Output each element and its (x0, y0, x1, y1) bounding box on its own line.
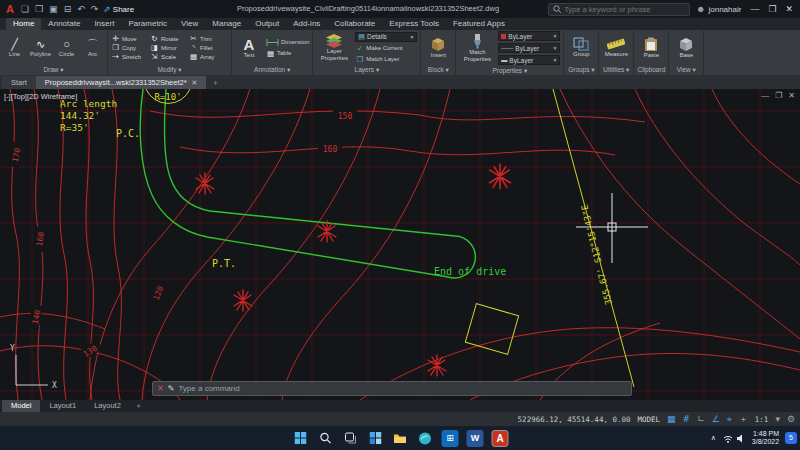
command-input[interactable]: Type a command (178, 384, 239, 393)
dimension-tool[interactable]: Dimension (266, 38, 309, 47)
block-panel-label[interactable]: Block ▾ (421, 65, 455, 75)
account-button[interactable]: ☻ jonnahair (696, 4, 741, 14)
make-current-button[interactable]: ✓Make Current (355, 44, 417, 53)
file-explorer-button[interactable] (392, 430, 409, 447)
drawing-tab[interactable]: Proposeddrivwaysit...wski2331352Sheet2* … (36, 76, 207, 89)
text-tool[interactable]: AText (235, 37, 263, 59)
viewport-controls[interactable]: [-][Top][2D Wireframe] (4, 92, 77, 101)
customization-gear-icon[interactable]: ⚙ (787, 414, 795, 424)
insert-button[interactable]: Insert (424, 37, 452, 59)
edge-browser-button[interactable] (417, 430, 434, 447)
notification-badge[interactable]: 5 (785, 432, 797, 444)
tab-parametric[interactable]: Parametric (121, 18, 174, 30)
arc-length-note-line3[interactable]: R=35' (60, 122, 89, 133)
command-close-icon[interactable]: ✕ (157, 384, 164, 393)
minimize-button[interactable]: — (750, 4, 759, 14)
base-button[interactable]: Base (672, 37, 700, 59)
arc-length-note-line2[interactable]: 144.32' (60, 110, 100, 121)
viewport-close-icon[interactable]: ✕ (788, 91, 795, 100)
bearing-label[interactable]: 355.67' S12°15'43"E (579, 204, 614, 306)
mirror-tool[interactable]: ◨Mirror (150, 43, 189, 52)
tray-chevron-up-icon[interactable]: ∧ (711, 434, 716, 442)
taskbar-search-button[interactable] (317, 430, 334, 447)
move-tool[interactable]: ✛Move (111, 34, 150, 43)
annotation-scale-icon[interactable]: ＋ (739, 413, 748, 426)
plot-icon[interactable]: ⊟ (63, 4, 73, 14)
new-icon[interactable]: ❏ (20, 4, 30, 14)
new-layout-button[interactable]: ＋ (130, 400, 148, 412)
help-search-box[interactable] (548, 3, 690, 16)
viewport-restore-icon[interactable]: ❐ (775, 91, 782, 100)
clipboard-panel-label[interactable]: Clipboard (634, 65, 668, 75)
layout2-tab[interactable]: Layout2 (85, 400, 130, 412)
line-tool[interactable]: ╱Line (3, 38, 26, 57)
trim-tool[interactable]: ✂Trim (189, 34, 228, 43)
groups-panel-label[interactable]: Groups ▾ (564, 65, 598, 75)
open-icon[interactable]: ❒ (34, 4, 44, 14)
match-layer-button[interactable]: ❐Match Layer (355, 55, 417, 64)
rotate-tool[interactable]: ↻Rotate (150, 34, 189, 43)
polar-tracking-icon[interactable]: ∠ (712, 414, 720, 424)
network-volume-icons[interactable] (722, 433, 746, 444)
autocad-app-menu[interactable]: A (4, 3, 16, 15)
annotation-panel-label[interactable]: Annotation ▾ (232, 65, 312, 75)
widgets-button[interactable] (367, 430, 384, 447)
properties-panel-label[interactable]: Properties ▾ (456, 66, 563, 75)
tab-home[interactable]: Home (6, 18, 41, 30)
model-tab[interactable]: Model (2, 400, 40, 412)
chevron-down-icon[interactable]: ▾ (775, 414, 780, 424)
pc-label[interactable]: P.C. (116, 128, 140, 139)
tab-collaborate[interactable]: Collaborate (327, 18, 382, 30)
close-button[interactable]: ✕ (785, 4, 793, 14)
group-button[interactable]: Group (567, 37, 595, 58)
tab-addins[interactable]: Add-ins (286, 18, 327, 30)
annotation-scale-value[interactable]: 1:1 (755, 415, 769, 424)
arc-tool[interactable]: ⌒Arc (81, 38, 104, 57)
view-panel-label[interactable]: View ▾ (669, 65, 703, 75)
circle-tool[interactable]: ○Circle (55, 38, 78, 57)
fillet-tool[interactable]: ◝Fillet (189, 43, 228, 52)
start-button[interactable] (292, 430, 309, 447)
clock[interactable]: 1:48 PM 3/8/2022 (752, 430, 779, 447)
object-color-dropdown[interactable]: ByLayer▼ (498, 31, 560, 41)
share-button[interactable]: ⇗ Share (103, 4, 134, 14)
driveway-outline[interactable] (140, 89, 475, 278)
start-tab[interactable]: Start (2, 76, 36, 89)
close-tab-icon[interactable]: ✕ (192, 76, 198, 89)
modify-panel-label[interactable]: Modify ▾ (108, 65, 231, 75)
command-line[interactable]: ✕ ✎ Type a command (152, 381, 632, 396)
tab-view[interactable]: View (174, 18, 205, 30)
polyline-tool[interactable]: ∿Polyline (29, 38, 52, 57)
draw-panel-label[interactable]: Draw ▾ (0, 65, 107, 75)
tab-manage[interactable]: Manage (205, 18, 248, 30)
command-customize-icon[interactable]: ✎ (168, 384, 175, 393)
utilities-panel-label[interactable]: Utilities ▾ (599, 65, 633, 75)
autocad-taskbar-button[interactable]: A (492, 430, 509, 447)
save-icon[interactable]: ▣ (48, 4, 59, 14)
grid-toggle-icon[interactable]: ▦ (667, 414, 676, 424)
viewport-minimize-icon[interactable]: — (761, 91, 769, 100)
match-properties-button[interactable]: Match Properties (459, 34, 495, 62)
stretch-tool[interactable]: ⇢Stretch (111, 52, 150, 61)
word-button[interactable]: W (467, 430, 484, 447)
table-tool[interactable]: ▦Table (266, 49, 309, 58)
new-drawing-tab-button[interactable]: ＋ (206, 76, 224, 89)
redo-icon[interactable]: ↷ (90, 4, 100, 14)
model-space-viewport[interactable]: 150 160 170 160 140 120 130 355.67' S12°… (0, 89, 800, 400)
copy-tool[interactable]: ❐Copy (111, 43, 150, 52)
tab-insert[interactable]: Insert (87, 18, 121, 30)
tab-output[interactable]: Output (248, 18, 286, 30)
measure-button[interactable]: Measure (602, 37, 630, 58)
linetype-dropdown[interactable]: ——ByLayer▼ (498, 43, 560, 53)
model-space-toggle[interactable]: MODEL (638, 415, 661, 424)
tab-featured-apps[interactable]: Featured Apps (446, 18, 512, 30)
snap-toggle-icon[interactable]: # (683, 414, 691, 424)
layout1-tab[interactable]: Layout1 (40, 400, 85, 412)
microsoft-store-button[interactable]: ⊞ (442, 430, 459, 447)
tab-express-tools[interactable]: Express Tools (382, 18, 446, 30)
scale-tool[interactable]: ⇲Scale (150, 52, 189, 61)
layer-dropdown[interactable]: ▤ Details ▼ (355, 32, 417, 42)
layer-properties-button[interactable]: Layer Properties (316, 34, 352, 61)
layers-panel-label[interactable]: Layers ▾ (313, 65, 420, 75)
array-tool[interactable]: ▦Array (189, 52, 228, 61)
